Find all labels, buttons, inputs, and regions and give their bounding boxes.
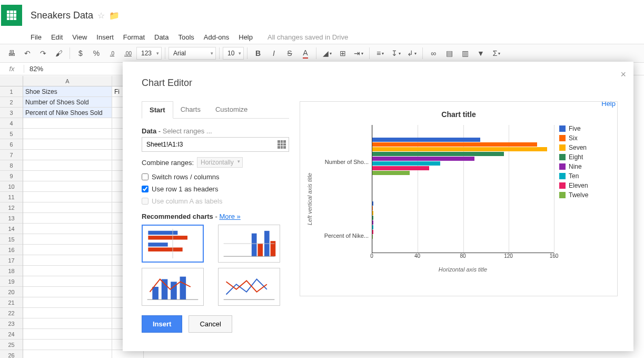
row-header[interactable]: 22 (0, 308, 23, 318)
tab-start[interactable]: Start (142, 101, 173, 119)
switch-rows-checkbox[interactable]: Switch rows / columns (142, 173, 289, 181)
row-header[interactable]: 15 (0, 234, 23, 245)
chart-icon[interactable]: ▥ (458, 46, 472, 60)
cell[interactable] (112, 350, 144, 358)
link-icon[interactable]: ∞ (426, 46, 441, 60)
cell[interactable] (23, 139, 112, 150)
cell[interactable] (23, 350, 112, 358)
menu-format[interactable]: Format (123, 33, 145, 41)
cell[interactable] (23, 287, 112, 297)
menu-help[interactable]: Help (239, 33, 253, 41)
cell[interactable] (23, 276, 112, 287)
row-header[interactable]: 10 (0, 181, 23, 192)
cell[interactable]: Number of Shoes Sold (23, 97, 112, 108)
number-format-select[interactable]: 123 (136, 47, 162, 60)
row-header[interactable]: 12 (0, 202, 23, 213)
font-size-select[interactable]: 10 (223, 47, 244, 60)
row-header[interactable]: 17 (0, 255, 23, 266)
cell[interactable] (23, 202, 112, 213)
row-header[interactable]: 4 (0, 118, 23, 129)
cell[interactable] (23, 234, 112, 245)
cell[interactable] (23, 318, 112, 329)
chart-thumb-hbar[interactable] (142, 225, 204, 263)
insert-button[interactable]: Insert (142, 315, 182, 333)
cell[interactable]: Percent of Nike Shoes Sold (23, 108, 112, 118)
undo-icon[interactable]: ↶ (20, 46, 35, 60)
chart-thumb-line[interactable] (218, 268, 280, 306)
cell[interactable] (23, 160, 112, 171)
valign-icon[interactable]: ↧ (389, 46, 403, 60)
halign-icon[interactable]: ≡ (373, 46, 388, 60)
dec-increase-icon[interactable]: .00 (121, 46, 135, 60)
folder-icon[interactable]: 📁 (109, 11, 120, 21)
row-header[interactable]: 24 (0, 329, 23, 340)
menu-insert[interactable]: Insert (96, 33, 114, 41)
cell[interactable] (23, 129, 112, 139)
cell[interactable] (23, 213, 112, 224)
row-header[interactable]: 14 (0, 224, 23, 234)
menu-addons[interactable]: Add-ons (204, 33, 229, 41)
menu-file[interactable]: File (31, 33, 42, 41)
menu-view[interactable]: View (72, 33, 87, 41)
row-header[interactable]: 13 (0, 213, 23, 224)
row-header[interactable]: 18 (0, 266, 23, 276)
cell[interactable] (23, 181, 112, 192)
tab-charts[interactable]: Charts (173, 101, 208, 118)
sheets-logo[interactable] (1, 5, 22, 26)
row-header[interactable]: 7 (0, 150, 23, 160)
row-header[interactable]: 8 (0, 160, 23, 171)
row-header[interactable]: 20 (0, 287, 23, 297)
row-header[interactable]: 11 (0, 192, 23, 202)
range-input[interactable] (142, 137, 289, 152)
cell[interactable] (23, 245, 112, 255)
cell[interactable] (23, 118, 112, 129)
cell[interactable] (23, 308, 112, 318)
print-icon[interactable]: 🖶 (4, 46, 19, 60)
bold-icon[interactable]: B (251, 46, 265, 60)
cell[interactable] (23, 255, 112, 266)
cell[interactable] (23, 340, 112, 350)
star-icon[interactable]: ☆ (97, 11, 105, 21)
cell[interactable]: Shoe Sizes (23, 86, 112, 97)
row-header[interactable]: 5 (0, 129, 23, 139)
comment-icon[interactable]: ▤ (442, 46, 457, 60)
borders-icon[interactable]: ⊞ (335, 46, 350, 60)
redo-icon[interactable]: ↷ (36, 46, 51, 60)
chart-thumb-combo[interactable] (142, 268, 204, 306)
more-link[interactable]: More » (219, 212, 240, 220)
strike-icon[interactable]: S (282, 46, 297, 60)
cell[interactable] (23, 224, 112, 234)
menu-data[interactable]: Data (154, 33, 169, 41)
row-header[interactable]: 21 (0, 297, 23, 308)
paint-format-icon[interactable]: 🖌 (52, 46, 66, 60)
row-header[interactable]: 1 (0, 86, 23, 97)
cell[interactable] (23, 266, 112, 276)
fill-color-icon[interactable]: ◢ (320, 46, 334, 60)
formula-bar[interactable]: 82% (24, 65, 43, 73)
currency-icon[interactable]: $ (73, 46, 88, 60)
row-header[interactable]: 6 (0, 139, 23, 150)
row-header[interactable]: 23 (0, 318, 23, 329)
colA-labels-checkbox[interactable]: Use column A as labels (142, 197, 289, 205)
percent-icon[interactable]: % (89, 46, 104, 60)
cell[interactable] (23, 150, 112, 160)
chart-thumb-vbar[interactable] (218, 225, 280, 263)
close-icon[interactable]: × (620, 69, 626, 80)
row-header[interactable]: 19 (0, 276, 23, 287)
row-header[interactable]: 9 (0, 171, 23, 181)
font-select[interactable]: Arial (169, 47, 216, 60)
cell[interactable] (23, 192, 112, 202)
italic-icon[interactable]: I (266, 46, 281, 60)
tab-customize[interactable]: Customize (208, 101, 255, 118)
combine-select[interactable]: Horizontally (197, 157, 243, 168)
row-header[interactable]: 25 (0, 340, 23, 350)
col-header-a[interactable]: A (23, 76, 112, 86)
menu-tools[interactable]: Tools (178, 33, 194, 41)
row-header[interactable]: 3 (0, 108, 23, 118)
dec-decrease-icon[interactable]: .0 (105, 46, 120, 60)
merge-icon[interactable]: ⇥ (351, 46, 366, 60)
wrap-icon[interactable]: ↲ (404, 46, 419, 60)
row-header[interactable]: 2 (0, 97, 23, 108)
cell[interactable] (23, 297, 112, 308)
row1-headers-checkbox[interactable]: Use row 1 as headers (142, 185, 289, 193)
